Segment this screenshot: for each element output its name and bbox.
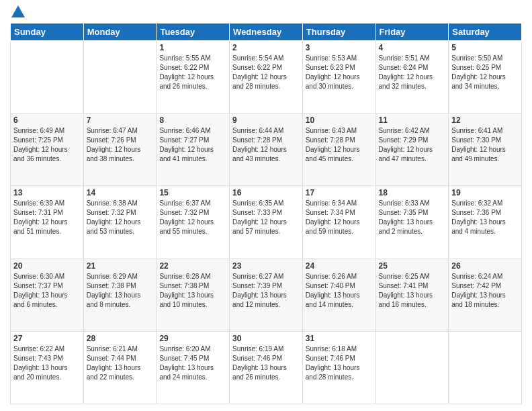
weekday-header-saturday: Saturday xyxy=(449,24,522,41)
calendar-cell: 7Sunrise: 6:47 AMSunset: 7:26 PMDaylight… xyxy=(83,113,157,186)
day-info: Sunrise: 6:26 AMSunset: 7:40 PMDaylight:… xyxy=(306,272,373,310)
day-info: Sunrise: 6:19 AMSunset: 7:46 PMDaylight:… xyxy=(232,345,300,382)
weekday-header-friday: Friday xyxy=(375,24,449,41)
calendar-week-3: 13Sunrise: 6:39 AMSunset: 7:31 PMDayligh… xyxy=(11,186,522,259)
calendar-cell: 1Sunrise: 5:55 AMSunset: 6:22 PMDaylight… xyxy=(157,41,230,113)
calendar-cell: 19Sunrise: 6:32 AMSunset: 7:36 PMDayligh… xyxy=(449,186,522,259)
page: SundayMondayTuesdayWednesdayThursdayFrid… xyxy=(0,0,532,411)
day-info: Sunrise: 6:33 AMSunset: 7:35 PMDaylight:… xyxy=(379,199,446,236)
day-number: 9 xyxy=(232,116,300,125)
day-info: Sunrise: 6:43 AMSunset: 7:28 PMDaylight:… xyxy=(306,126,373,164)
day-info: Sunrise: 5:55 AMSunset: 6:22 PMDaylight:… xyxy=(159,54,226,91)
day-number: 15 xyxy=(159,188,226,197)
day-info: Sunrise: 6:32 AMSunset: 7:36 PMDaylight:… xyxy=(451,199,519,236)
day-number: 17 xyxy=(306,188,373,197)
day-info: Sunrise: 6:42 AMSunset: 7:29 PMDaylight:… xyxy=(379,126,446,164)
day-number: 26 xyxy=(451,261,519,271)
day-info: Sunrise: 6:49 AMSunset: 7:25 PMDaylight:… xyxy=(13,126,81,164)
day-number: 6 xyxy=(13,116,81,125)
day-info: Sunrise: 5:50 AMSunset: 6:25 PMDaylight:… xyxy=(451,54,519,91)
day-number: 1 xyxy=(159,43,226,52)
day-info: Sunrise: 6:47 AMSunset: 7:26 PMDaylight:… xyxy=(87,126,154,164)
calendar-cell: 4Sunrise: 5:51 AMSunset: 6:24 PMDaylight… xyxy=(375,41,449,113)
weekday-header-tuesday: Tuesday xyxy=(157,24,230,41)
day-info: Sunrise: 6:44 AMSunset: 7:28 PMDaylight:… xyxy=(232,126,300,164)
calendar-cell: 27Sunrise: 6:22 AMSunset: 7:43 PMDayligh… xyxy=(11,331,84,404)
logo xyxy=(10,7,25,17)
calendar-cell: 3Sunrise: 5:53 AMSunset: 6:23 PMDaylight… xyxy=(302,41,375,113)
day-info: Sunrise: 6:38 AMSunset: 7:32 PMDaylight:… xyxy=(87,199,154,236)
weekday-header-sunday: Sunday xyxy=(11,24,84,41)
day-number: 4 xyxy=(379,43,446,52)
calendar-cell: 14Sunrise: 6:38 AMSunset: 7:32 PMDayligh… xyxy=(83,186,157,259)
day-info: Sunrise: 6:24 AMSunset: 7:42 PMDaylight:… xyxy=(451,272,519,310)
day-number: 28 xyxy=(87,334,154,343)
day-number: 7 xyxy=(87,116,154,125)
day-number: 10 xyxy=(306,116,373,125)
day-info: Sunrise: 6:22 AMSunset: 7:43 PMDaylight:… xyxy=(13,345,81,382)
calendar-cell: 6Sunrise: 6:49 AMSunset: 7:25 PMDaylight… xyxy=(11,113,84,186)
logo-area xyxy=(10,7,25,17)
day-number: 27 xyxy=(13,334,81,343)
calendar-cell: 8Sunrise: 6:46 AMSunset: 7:27 PMDaylight… xyxy=(157,113,230,186)
day-number: 13 xyxy=(13,188,81,197)
day-info: Sunrise: 6:34 AMSunset: 7:34 PMDaylight:… xyxy=(306,199,373,236)
day-info: Sunrise: 5:54 AMSunset: 6:22 PMDaylight:… xyxy=(232,54,300,91)
calendar-cell: 26Sunrise: 6:24 AMSunset: 7:42 PMDayligh… xyxy=(449,259,522,331)
day-number: 11 xyxy=(379,116,446,125)
day-number: 12 xyxy=(451,116,519,125)
day-number: 8 xyxy=(159,116,226,125)
day-number: 14 xyxy=(87,188,154,197)
day-info: Sunrise: 6:39 AMSunset: 7:31 PMDaylight:… xyxy=(13,199,81,236)
day-number: 24 xyxy=(306,261,373,271)
calendar-cell: 9Sunrise: 6:44 AMSunset: 7:28 PMDaylight… xyxy=(230,113,303,186)
calendar-cell: 25Sunrise: 6:25 AMSunset: 7:41 PMDayligh… xyxy=(375,259,449,331)
calendar-cell: 10Sunrise: 6:43 AMSunset: 7:28 PMDayligh… xyxy=(302,113,375,186)
logo-triangle-icon xyxy=(11,5,25,17)
day-info: Sunrise: 6:27 AMSunset: 7:39 PMDaylight:… xyxy=(232,272,300,310)
day-number: 31 xyxy=(306,334,373,343)
calendar-cell: 5Sunrise: 5:50 AMSunset: 6:25 PMDaylight… xyxy=(449,41,522,113)
day-number: 18 xyxy=(379,188,446,197)
day-info: Sunrise: 5:51 AMSunset: 6:24 PMDaylight:… xyxy=(379,54,446,91)
day-number: 20 xyxy=(13,261,81,271)
calendar-cell: 18Sunrise: 6:33 AMSunset: 7:35 PMDayligh… xyxy=(375,186,449,259)
day-info: Sunrise: 6:25 AMSunset: 7:41 PMDaylight:… xyxy=(379,272,446,310)
calendar-cell: 31Sunrise: 6:18 AMSunset: 7:46 PMDayligh… xyxy=(302,331,375,404)
header xyxy=(10,7,522,17)
day-info: Sunrise: 6:28 AMSunset: 7:38 PMDaylight:… xyxy=(159,272,226,310)
day-info: Sunrise: 6:46 AMSunset: 7:27 PMDaylight:… xyxy=(159,126,226,164)
calendar-week-4: 20Sunrise: 6:30 AMSunset: 7:37 PMDayligh… xyxy=(11,259,522,331)
day-number: 25 xyxy=(379,261,446,271)
calendar-week-2: 6Sunrise: 6:49 AMSunset: 7:25 PMDaylight… xyxy=(11,113,522,186)
weekday-header-thursday: Thursday xyxy=(302,24,375,41)
day-info: Sunrise: 6:37 AMSunset: 7:32 PMDaylight:… xyxy=(159,199,226,236)
calendar-cell: 20Sunrise: 6:30 AMSunset: 7:37 PMDayligh… xyxy=(11,259,84,331)
calendar-cell: 2Sunrise: 5:54 AMSunset: 6:22 PMDaylight… xyxy=(230,41,303,113)
calendar-week-5: 27Sunrise: 6:22 AMSunset: 7:43 PMDayligh… xyxy=(11,331,522,404)
calendar-cell: 12Sunrise: 6:41 AMSunset: 7:30 PMDayligh… xyxy=(449,113,522,186)
calendar-cell: 16Sunrise: 6:35 AMSunset: 7:33 PMDayligh… xyxy=(230,186,303,259)
day-number: 16 xyxy=(232,188,300,197)
day-number: 29 xyxy=(159,334,226,343)
calendar-cell: 17Sunrise: 6:34 AMSunset: 7:34 PMDayligh… xyxy=(302,186,375,259)
day-info: Sunrise: 6:18 AMSunset: 7:46 PMDaylight:… xyxy=(306,345,373,382)
calendar-cell: 30Sunrise: 6:19 AMSunset: 7:46 PMDayligh… xyxy=(230,331,303,404)
calendar-table: SundayMondayTuesdayWednesdayThursdayFrid… xyxy=(10,23,522,404)
day-info: Sunrise: 6:20 AMSunset: 7:45 PMDaylight:… xyxy=(159,345,226,382)
calendar-cell: 28Sunrise: 6:21 AMSunset: 7:44 PMDayligh… xyxy=(83,331,157,404)
calendar-cell xyxy=(375,331,449,404)
calendar-cell xyxy=(83,41,157,113)
day-number: 30 xyxy=(232,334,300,343)
calendar-cell: 15Sunrise: 6:37 AMSunset: 7:32 PMDayligh… xyxy=(157,186,230,259)
day-info: Sunrise: 6:41 AMSunset: 7:30 PMDaylight:… xyxy=(451,126,519,164)
calendar-cell: 23Sunrise: 6:27 AMSunset: 7:39 PMDayligh… xyxy=(230,259,303,331)
weekday-header-row: SundayMondayTuesdayWednesdayThursdayFrid… xyxy=(11,24,522,41)
day-number: 3 xyxy=(306,43,373,52)
calendar-cell: 11Sunrise: 6:42 AMSunset: 7:29 PMDayligh… xyxy=(375,113,449,186)
calendar-cell xyxy=(449,331,522,404)
day-number: 22 xyxy=(159,261,226,271)
calendar-cell xyxy=(11,41,84,113)
calendar-cell: 24Sunrise: 6:26 AMSunset: 7:40 PMDayligh… xyxy=(302,259,375,331)
day-info: Sunrise: 6:21 AMSunset: 7:44 PMDaylight:… xyxy=(87,345,154,382)
